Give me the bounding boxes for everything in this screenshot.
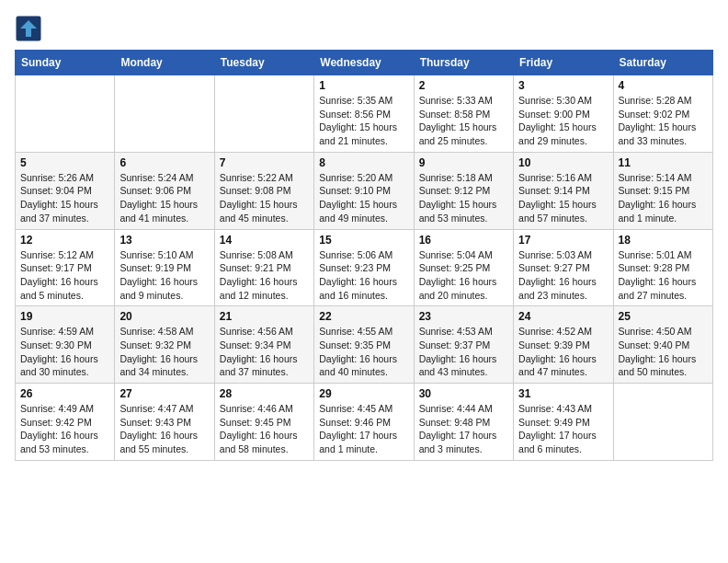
calendar-week-row: 1Sunrise: 5:35 AM Sunset: 8:56 PM Daylig… — [16, 75, 713, 153]
weekday-header: Saturday — [613, 51, 712, 75]
day-number: 31 — [518, 387, 608, 400]
weekday-header: Tuesday — [214, 51, 313, 75]
calendar-day-cell: 25Sunrise: 4:50 AM Sunset: 9:40 PM Dayli… — [613, 306, 712, 384]
day-number: 11 — [619, 156, 708, 169]
calendar-day-cell: 2Sunrise: 5:33 AM Sunset: 8:58 PM Daylig… — [414, 75, 513, 153]
day-number: 28 — [220, 387, 309, 400]
weekday-header: Sunday — [16, 51, 115, 75]
calendar-day-cell: 31Sunrise: 4:43 AM Sunset: 9:49 PM Dayli… — [514, 384, 613, 461]
logo-icon — [15, 15, 42, 42]
day-number: 18 — [619, 234, 708, 247]
weekday-header: Thursday — [414, 51, 513, 75]
day-info: Sunrise: 4:53 AM Sunset: 9:37 PM Dayligh… — [419, 325, 508, 379]
day-info: Sunrise: 5:28 AM Sunset: 9:02 PM Dayligh… — [619, 94, 708, 148]
day-info: Sunrise: 5:30 AM Sunset: 9:00 PM Dayligh… — [518, 94, 608, 148]
calendar-day-cell: 9Sunrise: 5:18 AM Sunset: 9:12 PM Daylig… — [414, 152, 513, 229]
day-info: Sunrise: 5:35 AM Sunset: 8:56 PM Dayligh… — [319, 94, 408, 148]
day-info: Sunrise: 4:44 AM Sunset: 9:48 PM Dayligh… — [419, 402, 508, 456]
calendar-day-cell: 21Sunrise: 4:56 AM Sunset: 9:34 PM Dayli… — [214, 306, 313, 384]
calendar-day-cell: 23Sunrise: 4:53 AM Sunset: 9:37 PM Dayli… — [414, 306, 513, 384]
calendar-week-row: 19Sunrise: 4:59 AM Sunset: 9:30 PM Dayli… — [16, 306, 713, 384]
day-number: 10 — [518, 156, 608, 169]
weekday-header: Wednesday — [314, 51, 414, 75]
calendar-day-cell — [214, 75, 313, 153]
day-number: 6 — [119, 156, 209, 169]
day-info: Sunrise: 4:45 AM Sunset: 9:46 PM Dayligh… — [319, 402, 408, 456]
calendar-day-cell: 20Sunrise: 4:58 AM Sunset: 9:32 PM Dayli… — [115, 306, 214, 384]
day-info: Sunrise: 5:12 AM Sunset: 9:17 PM Dayligh… — [20, 248, 109, 303]
calendar-day-cell: 22Sunrise: 4:55 AM Sunset: 9:35 PM Dayli… — [314, 306, 414, 384]
day-info: Sunrise: 5:18 AM Sunset: 9:12 PM Dayligh… — [419, 171, 508, 225]
calendar-day-cell — [115, 75, 214, 153]
calendar-day-cell: 19Sunrise: 4:59 AM Sunset: 9:30 PM Dayli… — [16, 306, 115, 384]
day-number: 24 — [518, 310, 608, 323]
calendar-week-row: 5Sunrise: 5:26 AM Sunset: 9:04 PM Daylig… — [16, 152, 713, 229]
calendar-day-cell: 24Sunrise: 4:52 AM Sunset: 9:39 PM Dayli… — [514, 306, 613, 384]
day-number: 21 — [220, 310, 309, 323]
day-info: Sunrise: 5:14 AM Sunset: 9:15 PM Dayligh… — [619, 171, 708, 225]
logo — [15, 15, 46, 42]
calendar-header-row: SundayMondayTuesdayWednesdayThursdayFrid… — [16, 51, 713, 75]
calendar-day-cell: 30Sunrise: 4:44 AM Sunset: 9:48 PM Dayli… — [414, 384, 513, 461]
day-number: 27 — [119, 387, 209, 400]
day-info: Sunrise: 4:49 AM Sunset: 9:42 PM Dayligh… — [20, 402, 109, 456]
calendar-day-cell — [613, 384, 712, 461]
day-number: 19 — [20, 310, 109, 323]
day-number: 14 — [220, 234, 309, 247]
calendar-day-cell: 18Sunrise: 5:01 AM Sunset: 9:28 PM Dayli… — [613, 229, 712, 306]
day-number: 3 — [518, 79, 608, 92]
day-info: Sunrise: 5:01 AM Sunset: 9:28 PM Dayligh… — [619, 248, 708, 303]
day-number: 7 — [220, 156, 309, 169]
day-number: 17 — [518, 234, 608, 247]
day-info: Sunrise: 4:56 AM Sunset: 9:34 PM Dayligh… — [220, 325, 309, 379]
day-info: Sunrise: 5:16 AM Sunset: 9:14 PM Dayligh… — [518, 171, 608, 225]
day-info: Sunrise: 5:20 AM Sunset: 9:10 PM Dayligh… — [319, 171, 408, 225]
day-info: Sunrise: 4:50 AM Sunset: 9:40 PM Dayligh… — [619, 325, 708, 379]
day-info: Sunrise: 5:08 AM Sunset: 9:21 PM Dayligh… — [220, 248, 309, 303]
calendar-day-cell: 6Sunrise: 5:24 AM Sunset: 9:06 PM Daylig… — [115, 152, 214, 229]
calendar-day-cell — [16, 75, 115, 153]
calendar-day-cell: 13Sunrise: 5:10 AM Sunset: 9:19 PM Dayli… — [115, 229, 214, 306]
day-number: 12 — [20, 234, 109, 247]
day-info: Sunrise: 5:10 AM Sunset: 9:19 PM Dayligh… — [119, 248, 209, 303]
calendar-day-cell: 14Sunrise: 5:08 AM Sunset: 9:21 PM Dayli… — [214, 229, 313, 306]
weekday-header: Friday — [514, 51, 613, 75]
day-info: Sunrise: 4:55 AM Sunset: 9:35 PM Dayligh… — [319, 325, 408, 379]
calendar-day-cell: 8Sunrise: 5:20 AM Sunset: 9:10 PM Daylig… — [314, 152, 414, 229]
day-number: 8 — [319, 156, 408, 169]
day-number: 9 — [419, 156, 508, 169]
calendar-week-row: 12Sunrise: 5:12 AM Sunset: 9:17 PM Dayli… — [16, 229, 713, 306]
calendar-day-cell: 4Sunrise: 5:28 AM Sunset: 9:02 PM Daylig… — [613, 75, 712, 153]
calendar-day-cell: 5Sunrise: 5:26 AM Sunset: 9:04 PM Daylig… — [16, 152, 115, 229]
day-number: 22 — [319, 310, 408, 323]
day-number: 1 — [319, 79, 408, 92]
day-number: 4 — [619, 79, 708, 92]
day-info: Sunrise: 5:24 AM Sunset: 9:06 PM Dayligh… — [119, 171, 209, 225]
day-number: 25 — [619, 310, 708, 323]
day-info: Sunrise: 5:22 AM Sunset: 9:08 PM Dayligh… — [220, 171, 309, 225]
day-number: 16 — [419, 234, 508, 247]
calendar-day-cell: 15Sunrise: 5:06 AM Sunset: 9:23 PM Dayli… — [314, 229, 414, 306]
day-number: 26 — [20, 387, 109, 400]
calendar-day-cell: 26Sunrise: 4:49 AM Sunset: 9:42 PM Dayli… — [16, 384, 115, 461]
calendar-day-cell: 7Sunrise: 5:22 AM Sunset: 9:08 PM Daylig… — [214, 152, 313, 229]
day-info: Sunrise: 4:58 AM Sunset: 9:32 PM Dayligh… — [119, 325, 209, 379]
day-number: 23 — [419, 310, 508, 323]
day-info: Sunrise: 4:46 AM Sunset: 9:45 PM Dayligh… — [220, 402, 309, 456]
day-info: Sunrise: 4:59 AM Sunset: 9:30 PM Dayligh… — [20, 325, 109, 379]
day-number: 13 — [119, 234, 209, 247]
day-number: 29 — [319, 387, 408, 400]
calendar-day-cell: 28Sunrise: 4:46 AM Sunset: 9:45 PM Dayli… — [214, 384, 313, 461]
day-info: Sunrise: 5:03 AM Sunset: 9:27 PM Dayligh… — [518, 248, 608, 303]
day-number: 2 — [419, 79, 508, 92]
calendar-day-cell: 16Sunrise: 5:04 AM Sunset: 9:25 PM Dayli… — [414, 229, 513, 306]
calendar-day-cell: 11Sunrise: 5:14 AM Sunset: 9:15 PM Dayli… — [613, 152, 712, 229]
calendar-table: SundayMondayTuesdayWednesdayThursdayFrid… — [15, 50, 713, 461]
calendar-day-cell: 27Sunrise: 4:47 AM Sunset: 9:43 PM Dayli… — [115, 384, 214, 461]
day-info: Sunrise: 4:52 AM Sunset: 9:39 PM Dayligh… — [518, 325, 608, 379]
calendar-week-row: 26Sunrise: 4:49 AM Sunset: 9:42 PM Dayli… — [16, 384, 713, 461]
calendar-day-cell: 1Sunrise: 5:35 AM Sunset: 8:56 PM Daylig… — [314, 75, 414, 153]
day-info: Sunrise: 5:06 AM Sunset: 9:23 PM Dayligh… — [319, 248, 408, 303]
day-number: 30 — [419, 387, 508, 400]
day-info: Sunrise: 5:26 AM Sunset: 9:04 PM Dayligh… — [20, 171, 109, 225]
